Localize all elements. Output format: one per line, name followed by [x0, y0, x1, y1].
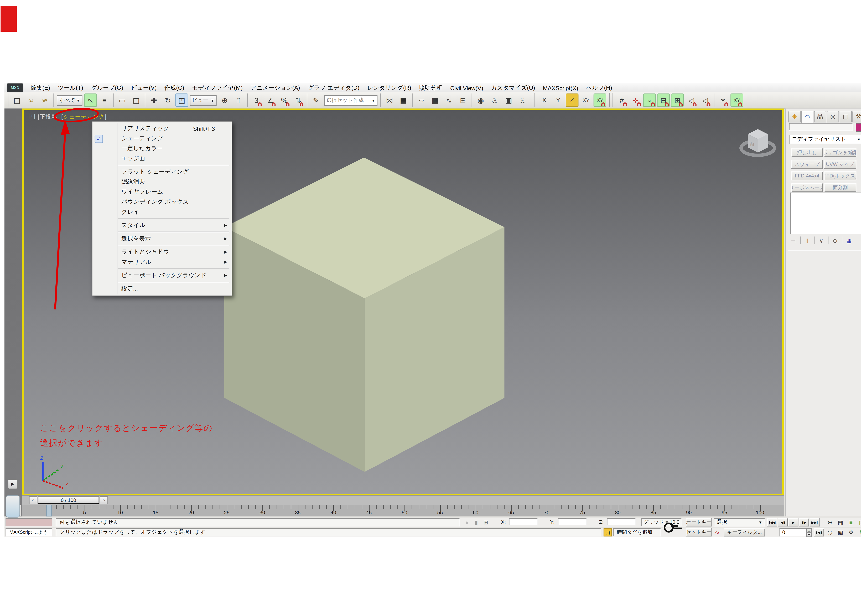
chevron-down-icon[interactable]: ▼ [857, 138, 861, 141]
midpoint-snap-icon[interactable]: ⊞ [671, 93, 684, 107]
tab-hierarchy[interactable]: 品 [814, 111, 826, 123]
context-menu-item-5[interactable]: フラット シェーディング [93, 167, 231, 177]
auto-key-button[interactable]: オートキー [686, 518, 711, 526]
layer-manager-icon[interactable]: ▱ [415, 93, 428, 107]
time-tag-icon[interactable]: ▢ [604, 528, 612, 536]
grid-snap-icon[interactable]: # [615, 93, 628, 107]
current-frame-field[interactable]: 0 [779, 528, 806, 536]
menu-item-0[interactable]: 編集(E) [27, 83, 54, 92]
frame-spinner[interactable]: ▲▼ [806, 528, 812, 535]
context-menu-item-1[interactable]: ✓シェーディング [93, 134, 231, 143]
menu-item-5[interactable]: モディファイヤ(M) [188, 83, 247, 92]
spinner-down-icon[interactable]: ▼ [806, 533, 812, 537]
edit-named-selections-icon[interactable]: ✎ [310, 93, 323, 107]
go-to-end-button[interactable]: ▶▶| [809, 518, 820, 526]
tab-modify[interactable]: ◠ [801, 111, 814, 123]
modifier-preset-button[interactable]: UVW マップ [824, 160, 856, 169]
spinner-snap-icon[interactable]: ⇅ [292, 93, 304, 107]
snap-toggle-3d-icon[interactable]: 3 [250, 93, 263, 107]
select-by-name-icon[interactable]: ≡ [98, 93, 111, 107]
mirror-icon[interactable]: ⋈ [383, 93, 396, 107]
modifier-list-dropdown[interactable]: モディファイヤリスト ▼ [789, 135, 861, 144]
context-menu-item-7[interactable]: ワイヤフレーム [93, 187, 231, 197]
play-button[interactable]: ▶ [788, 518, 798, 526]
absolute-offset-icon[interactable]: ⊞ [481, 518, 491, 526]
percent-snap-icon[interactable]: % [278, 93, 291, 107]
window-scroll-nub[interactable] [6, 495, 20, 517]
chevron-down-icon[interactable]: ▼ [371, 98, 375, 102]
graphite-ribbon-icon[interactable]: ▦ [429, 93, 442, 107]
time-slider-track[interactable]: < 0 / 100 > [22, 495, 784, 505]
select-and-link-icon[interactable]: ◫ [11, 93, 23, 107]
curve-editor-icon[interactable]: ∿ [442, 93, 455, 107]
menu-item-10[interactable]: Civil View(V) [446, 83, 487, 92]
context-menu-item-6[interactable]: 隠線消去 [93, 177, 231, 187]
menu-item-9[interactable]: 照明分析 [415, 83, 446, 92]
unlink-selection-icon[interactable]: ∞ [24, 93, 37, 107]
modifier-preset-button[interactable]: 押し出し [791, 148, 823, 157]
menu-item-8[interactable]: レンダリング(R) [364, 83, 415, 92]
tab-create[interactable]: ✳ [788, 111, 801, 123]
xy-axis-snap-icon[interactable]: XY [730, 93, 743, 107]
constraint-xy-snap-icon[interactable]: XY [593, 93, 606, 107]
zoom-extents-icon[interactable]: ▣ [846, 518, 856, 526]
context-menu-item-18[interactable]: ビューポート バックグラウンド▶ [93, 270, 231, 280]
menu-item-13[interactable]: ヘルプ(H) [582, 83, 616, 92]
render-setup-icon[interactable]: ♨ [488, 93, 501, 107]
menu-item-11[interactable]: カスタマイズ(U) [487, 83, 539, 92]
viewport-label-plus[interactable]: [+] [28, 113, 36, 121]
pan-hand-icon[interactable]: ✥ [846, 528, 856, 536]
tab-display[interactable]: ▢ [840, 111, 852, 123]
context-menu-item-13[interactable]: 選択を表示▶ [93, 234, 231, 244]
modifier-preset-button[interactable]: スウィープ [791, 160, 823, 169]
chevron-down-icon[interactable]: ▼ [76, 98, 80, 102]
time-slider-handle[interactable]: 0 / 100 [38, 497, 99, 504]
previous-frame-button[interactable]: ◀▮ [778, 518, 788, 526]
modifier-preset-button[interactable]: FFD 4x4x4 [791, 171, 823, 181]
viewport[interactable]: [+] [正投影] [シェーディング] リアリスティックShift+F3✓シェー… [22, 108, 784, 495]
application-button[interactable]: MXD [7, 83, 24, 92]
context-menu-item-3[interactable]: エッジ面 [93, 154, 231, 163]
align-icon[interactable]: ▤ [397, 93, 410, 107]
expand-panel-button[interactable]: ▶ [8, 479, 18, 489]
vertex-snap-icon[interactable]: ▫ [643, 93, 656, 107]
menu-item-4[interactable]: 作成(C) [161, 83, 188, 92]
tab-motion[interactable]: ◎ [827, 111, 839, 123]
selection-filter-dropdown[interactable]: すべて▼ [57, 95, 82, 105]
key-filters-button[interactable]: キーフィルタ... [724, 528, 765, 536]
menu-item-1[interactable]: ツール(T) [54, 83, 87, 92]
viewport-label-view[interactable]: [正投影] [38, 113, 59, 121]
make-unique-icon[interactable]: ∨ [817, 236, 826, 245]
angle-snap-icon[interactable]: ∠ [264, 93, 277, 107]
tab-utilities[interactable]: ⚒ [852, 111, 861, 123]
selection-set-dropdown[interactable]: 選択 ▼ [714, 518, 765, 526]
time-config-icon[interactable]: ◷ [825, 528, 835, 536]
select-object-icon[interactable]: ↖ [84, 93, 97, 107]
constraint-y-button[interactable]: Y [552, 93, 565, 107]
configure-modifier-sets-icon[interactable]: ▦ [845, 236, 853, 245]
select-and-manipulate-icon[interactable]: ⇑ [232, 93, 245, 107]
use-pivot-point-icon[interactable]: ⊕ [218, 93, 231, 107]
bind-to-space-warp-icon[interactable]: ≋ [38, 93, 51, 107]
rendered-frame-icon[interactable]: ▣ [502, 93, 515, 107]
modifier-preset-button[interactable]: ターボスムーズ [791, 183, 823, 192]
zoom-all-icon[interactable]: ▦ [836, 518, 845, 526]
select-and-move-icon[interactable]: ✚ [148, 93, 160, 107]
zoom-extents-all-icon[interactable]: ◱ [857, 518, 861, 526]
next-frame-button[interactable]: ▮▶ [799, 518, 809, 526]
previous-frame-arrow[interactable]: < [29, 497, 37, 504]
chevron-down-icon[interactable]: ▼ [759, 520, 762, 524]
current-frame-indicator[interactable] [46, 505, 52, 517]
menu-item-6[interactable]: アニメーション(A) [247, 83, 304, 92]
modifier-preset-button[interactable]: ポリゴンを編集 [824, 148, 856, 157]
material-editor-icon[interactable]: ◉ [474, 93, 487, 107]
pin-stack-icon[interactable]: ⊣ [789, 236, 798, 245]
menu-item-2[interactable]: グループ(G) [87, 83, 127, 92]
maxscript-label-box[interactable]: MAXScript によう [6, 528, 52, 536]
shading-label[interactable]: シェーディング [63, 113, 105, 120]
chevron-down-icon[interactable]: ▼ [211, 98, 214, 102]
rectangular-selection-icon[interactable]: ▭ [116, 93, 129, 107]
edge-snap-icon[interactable]: ⊟ [657, 93, 670, 107]
key-mode-toggle-button[interactable]: ▮◀▮ [814, 528, 824, 536]
spinner-up-icon[interactable]: ▲ [806, 528, 812, 533]
